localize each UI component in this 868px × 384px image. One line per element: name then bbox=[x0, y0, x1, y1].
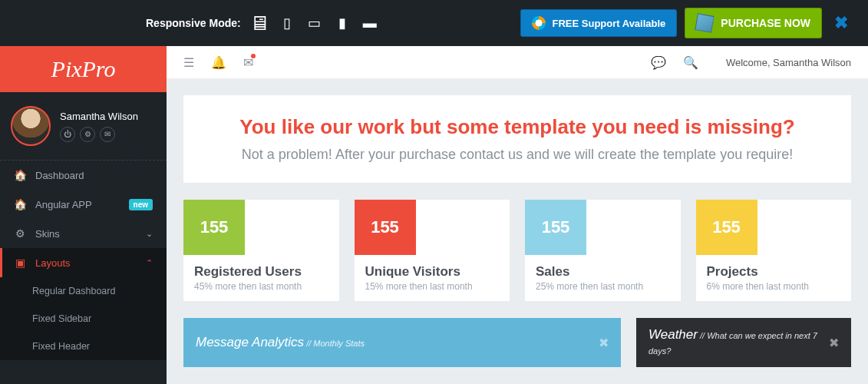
profile-name: Samantha Wilson bbox=[60, 111, 138, 122]
support-button[interactable]: FREE Support Available bbox=[520, 9, 677, 37]
chevron-up-icon: ⌃ bbox=[146, 258, 153, 268]
sidebar: PixPro Samantha Wilson ⏻ ⚙ ✉ 🏠Dashboard … bbox=[0, 46, 167, 384]
sidebar-sub-fixed-header[interactable]: Fixed Header bbox=[0, 333, 167, 360]
layout-icon: ▣ bbox=[14, 257, 26, 269]
weather-panel-header[interactable]: Weather // What can we expect in next 7 … bbox=[636, 318, 851, 367]
welcome-text[interactable]: Welcome, Samantha Wilson bbox=[726, 57, 851, 68]
sidebar-item-layouts[interactable]: ▣Layouts⌃ bbox=[0, 248, 167, 277]
stat-sub: 6% more then last month bbox=[707, 281, 841, 292]
stat-value: 155 bbox=[696, 200, 757, 255]
stat-title: Unique Visitors bbox=[365, 264, 500, 280]
search-icon[interactable]: 🔍 bbox=[683, 55, 698, 70]
package-icon bbox=[695, 13, 715, 32]
stat-value: 155 bbox=[355, 200, 416, 255]
stat-card[interactable]: 155 Registered Users45% more then last m… bbox=[183, 200, 339, 301]
bell-icon[interactable]: 🔔 bbox=[211, 55, 226, 70]
new-badge: new bbox=[129, 199, 153, 210]
banner-subtitle: Not a problem! After your purchase conta… bbox=[199, 147, 836, 163]
panels-row: Message Analytics // Monthly Stats ✖ Wea… bbox=[183, 318, 851, 367]
header-bar: ☰ 🔔 ✉ 💬 🔍 Welcome, Samantha Wilson bbox=[167, 46, 868, 78]
stat-sub: 45% more then last month bbox=[194, 281, 328, 292]
responsive-mode-label: Responsive Mode: bbox=[146, 17, 241, 29]
phone-landscape-icon[interactable]: ▬ bbox=[359, 15, 381, 31]
gear-icon[interactable]: ⚙ bbox=[80, 127, 95, 142]
responsive-icon-group: 🖥 ▯ ▭ ▮ ▬ bbox=[249, 15, 381, 31]
home-icon: 🏠 bbox=[14, 169, 26, 181]
stat-sub: 25% more then last month bbox=[536, 281, 670, 292]
phone-portrait-icon[interactable]: ▮ bbox=[332, 15, 353, 31]
stat-value: 155 bbox=[525, 200, 586, 255]
tablet-landscape-icon[interactable]: ▭ bbox=[304, 15, 325, 31]
desktop-icon[interactable]: 🖥 bbox=[249, 15, 270, 31]
preview-topbar: Responsive Mode: 🖥 ▯ ▭ ▮ ▬ FREE Support … bbox=[0, 0, 868, 46]
main-area: ☰ 🔔 ✉ 💬 🔍 Welcome, Samantha Wilson You l… bbox=[167, 46, 868, 384]
notification-dot bbox=[251, 54, 256, 58]
power-icon[interactable]: ⏻ bbox=[60, 127, 75, 142]
stat-card[interactable]: 155 Unique Visitors15% more then last mo… bbox=[355, 200, 510, 301]
profile-block: Samantha Wilson ⏻ ⚙ ✉ bbox=[0, 92, 167, 161]
chevron-down-icon: ⌄ bbox=[146, 229, 153, 239]
close-icon[interactable]: ✖ bbox=[599, 336, 609, 350]
analytics-panel-header[interactable]: Message Analytics // Monthly Stats ✖ bbox=[183, 318, 621, 367]
sidebar-sub-fixed-sidebar[interactable]: Fixed Sidebar bbox=[0, 305, 167, 333]
lifebuoy-icon bbox=[532, 16, 546, 30]
banner-title: You like our work but some template you … bbox=[199, 115, 836, 139]
stat-title: Sales bbox=[536, 264, 670, 280]
brand-logo[interactable]: PixPro bbox=[0, 46, 167, 92]
stat-title: Registered Users bbox=[194, 264, 328, 280]
sidebar-item-angular[interactable]: 🏠Angular APPnew bbox=[0, 190, 167, 219]
stat-value: 155 bbox=[183, 200, 245, 255]
tablet-portrait-icon[interactable]: ▯ bbox=[276, 15, 298, 31]
chat-icon[interactable]: ✉ bbox=[100, 127, 115, 142]
close-preview-icon[interactable]: ✖ bbox=[830, 13, 853, 33]
stat-sub: 15% more then last month bbox=[365, 281, 500, 292]
stat-card[interactable]: 155 Sales25% more then last month bbox=[525, 200, 681, 301]
stat-card[interactable]: 155 Projects6% more then last month bbox=[696, 200, 852, 301]
sidebar-item-skins[interactable]: ⚙Skins⌄ bbox=[0, 219, 167, 248]
sidebar-item-dashboard[interactable]: 🏠Dashboard bbox=[0, 161, 167, 190]
comments-icon[interactable]: 💬 bbox=[651, 55, 666, 70]
mail-icon[interactable]: ✉ bbox=[243, 55, 253, 70]
sidebar-menu: 🏠Dashboard 🏠Angular APPnew ⚙Skins⌄ ▣Layo… bbox=[0, 161, 167, 384]
avatar[interactable] bbox=[11, 106, 51, 146]
toggle-menu-icon[interactable]: ☰ bbox=[183, 55, 194, 70]
sidebar-sub-regular[interactable]: Regular Dashboard bbox=[0, 277, 167, 305]
stat-title: Projects bbox=[707, 264, 841, 280]
gear-icon: ⚙ bbox=[14, 227, 26, 240]
home-icon: 🏠 bbox=[14, 198, 26, 210]
purchase-button[interactable]: PURCHASE NOW bbox=[685, 8, 822, 38]
stats-row: 155 Registered Users45% more then last m… bbox=[183, 200, 851, 301]
promo-banner: You like our work but some template you … bbox=[183, 95, 851, 183]
close-icon[interactable]: ✖ bbox=[829, 336, 839, 350]
